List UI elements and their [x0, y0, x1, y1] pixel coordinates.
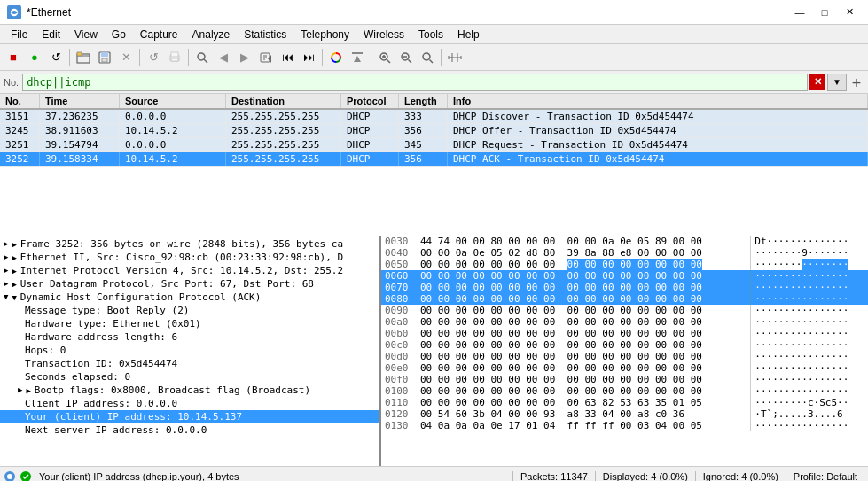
table-row[interactable]: 3245 38.911603 10.14.5.2 255.255.255.255…	[0, 124, 868, 138]
packet-info: DHCP ACK - Transaction ID 0x5d454474	[448, 152, 868, 166]
table-row[interactable]: 3251 39.154794 0.0.0.0 255.255.255.255 D…	[0, 138, 868, 152]
go-last-button[interactable]: ⏭	[299, 48, 318, 67]
detail-hw-type[interactable]: Hardware type: Ethernet (0x01)	[0, 317, 379, 330]
menu-view[interactable]: View	[67, 27, 105, 43]
header-destination: Destination	[226, 94, 341, 108]
detail-siaddr[interactable]: Next server IP address: 0.0.0.0	[0, 423, 379, 437]
auto-scroll-button[interactable]	[348, 48, 367, 67]
detail-udp[interactable]: ▶User Datagram Protocol, Src Port: 67, D…	[0, 277, 379, 291]
menu-capture[interactable]: Capture	[133, 27, 185, 43]
svg-point-31	[20, 471, 31, 482]
go-to-packet-button[interactable]	[256, 48, 276, 67]
hex-row: 00a0 00 00 00 00 00 00 00 00 00 00 00 00…	[381, 316, 868, 328]
detail-ciaddr[interactable]: Client IP address: 0.0.0.0	[0, 397, 379, 410]
titlebar: *Ethernet — □ ✕	[0, 0, 868, 25]
hex-row: 0080 00 00 00 00 00 00 00 00 00 00 00 00…	[381, 293, 868, 305]
hex-row: 0030 44 74 00 00 80 00 00 00 00 00 0a 0e…	[381, 236, 868, 247]
zoom-normal-button[interactable]	[418, 48, 437, 67]
filter-input[interactable]	[22, 74, 808, 91]
packets-label: Packets:	[520, 471, 558, 482]
filter-dropdown-button[interactable]: ▼	[827, 74, 847, 91]
packet-time: 39.154794	[40, 138, 120, 151]
detail-yiaddr[interactable]: Your (client) IP address: 10.14.5.137	[0, 410, 379, 423]
hex-row: 00f0 00 00 00 00 00 00 00 00 00 00 00 00…	[381, 374, 868, 385]
menu-wireless[interactable]: Wireless	[356, 27, 411, 43]
detail-ethernet[interactable]: ▶Ethernet II, Src: Cisco_92:98:cb (00:23…	[0, 251, 379, 264]
table-row[interactable]: 3252 39.158334 10.14.5.2 255.255.255.255…	[0, 152, 868, 167]
restart-capture-button[interactable]: ↺	[46, 48, 66, 67]
ignored-value: 4 (0.0%)	[741, 471, 778, 482]
menu-go[interactable]: Go	[105, 27, 133, 43]
packet-protocol: DHCP	[341, 138, 399, 151]
filter-clear-button[interactable]: ✕	[809, 74, 825, 90]
svg-point-9	[198, 53, 205, 60]
packet-time: 37.236235	[40, 110, 120, 123]
toolbar-separator-3	[188, 49, 189, 66]
toolbar-separator-5	[371, 49, 371, 66]
open-file-button[interactable]	[74, 48, 93, 67]
detail-flags[interactable]: ▶Bootp flags: 0x8000, Broadcast flag (Br…	[0, 384, 379, 397]
hex-row: 0090 00 00 00 00 00 00 00 00 00 00 00 00…	[381, 305, 868, 316]
menu-analyze[interactable]: Analyze	[185, 27, 238, 43]
close-button[interactable]: ✕	[838, 4, 861, 21]
packet-length: 333	[399, 110, 448, 123]
zoom-in-button[interactable]	[375, 48, 395, 67]
print-button[interactable]	[165, 48, 184, 67]
menu-telephony[interactable]: Telephony	[293, 27, 356, 43]
go-forward-button[interactable]: ▶	[235, 48, 254, 67]
start-capture-button[interactable]: ●	[25, 48, 44, 67]
detail-hw-len[interactable]: Hardware address length: 6	[0, 330, 379, 344]
packets-stat: Packets: 11347	[512, 471, 595, 482]
packet-info: DHCP Request - Transaction ID 0x5d454474	[448, 138, 868, 151]
packet-no: 3251	[0, 138, 40, 151]
toolbar-separator-6	[441, 49, 442, 66]
svg-rect-2	[77, 52, 82, 56]
detail-xid[interactable]: Transaction ID: 0x5d454474	[0, 357, 379, 370]
packet-no: 3252	[0, 152, 40, 166]
svg-rect-8	[171, 58, 178, 61]
detail-frame[interactable]: ▶Frame 3252: 356 bytes on wire (2848 bit…	[0, 237, 379, 251]
bottom-panels: ▶Frame 3252: 356 bytes on wire (2848 bit…	[0, 236, 868, 466]
packet-no: 3151	[0, 110, 40, 123]
packets-value: 11347	[560, 471, 588, 482]
detail-secs[interactable]: Seconds elapsed: 0	[0, 370, 379, 384]
packet-protocol: DHCP	[341, 152, 399, 166]
maximize-button[interactable]: □	[813, 4, 836, 21]
detail-ip[interactable]: ▶Internet Protocol Version 4, Src: 10.14…	[0, 264, 379, 277]
displayed-value: 4 (0.0%)	[651, 471, 688, 482]
menubar: File Edit View Go Capture Analyze Statis…	[0, 25, 868, 44]
header-time: Time	[40, 94, 120, 108]
go-first-button[interactable]: ⏮	[278, 48, 297, 67]
packet-time: 38.911603	[40, 124, 120, 137]
reload-button[interactable]: ↺	[144, 48, 163, 67]
find-packet-button[interactable]	[192, 48, 212, 67]
packet-destination: 255.255.255.255	[226, 124, 341, 137]
zoom-out-button[interactable]	[396, 48, 416, 67]
hex-row: 0060 00 00 00 00 00 00 00 00 00 00 00 00…	[381, 270, 868, 282]
resize-columns-button[interactable]	[445, 48, 465, 67]
packet-details: ▶Frame 3252: 356 bytes on wire (2848 bit…	[0, 236, 381, 466]
menu-edit[interactable]: Edit	[35, 27, 67, 43]
detail-msg-type[interactable]: Message type: Boot Reply (2)	[0, 304, 379, 317]
packet-list-header: No. Time Source Destination Protocol Len…	[0, 94, 868, 110]
menu-file[interactable]: File	[4, 27, 35, 43]
packet-destination: 255.255.255.255	[226, 138, 341, 151]
go-back-button[interactable]: ◀	[214, 48, 233, 67]
close-file-button[interactable]: ✕	[116, 48, 136, 67]
status-check-icon	[20, 470, 32, 482]
menu-help[interactable]: Help	[450, 27, 487, 43]
colorize-button[interactable]	[326, 48, 346, 67]
toolbar-separator-2	[139, 49, 140, 66]
minimize-button[interactable]: —	[788, 4, 811, 21]
detail-hops[interactable]: Hops: 0	[0, 344, 379, 357]
stop-capture-button[interactable]: ■	[4, 48, 23, 67]
profile-value: Default	[826, 471, 857, 482]
svg-point-30	[7, 474, 12, 479]
detail-dhcp[interactable]: ▼Dynamic Host Configuration Protocol (AC…	[0, 291, 379, 304]
table-row[interactable]: 3151 37.236235 0.0.0.0 255.255.255.255 D…	[0, 110, 868, 124]
menu-statistics[interactable]: Statistics	[237, 27, 293, 43]
menu-tools[interactable]: Tools	[411, 27, 450, 43]
save-file-button[interactable]	[95, 48, 114, 67]
filter-add-button[interactable]: +	[848, 74, 864, 90]
hex-view[interactable]: 0030 44 74 00 00 80 00 00 00 00 00 0a 0e…	[381, 236, 868, 466]
